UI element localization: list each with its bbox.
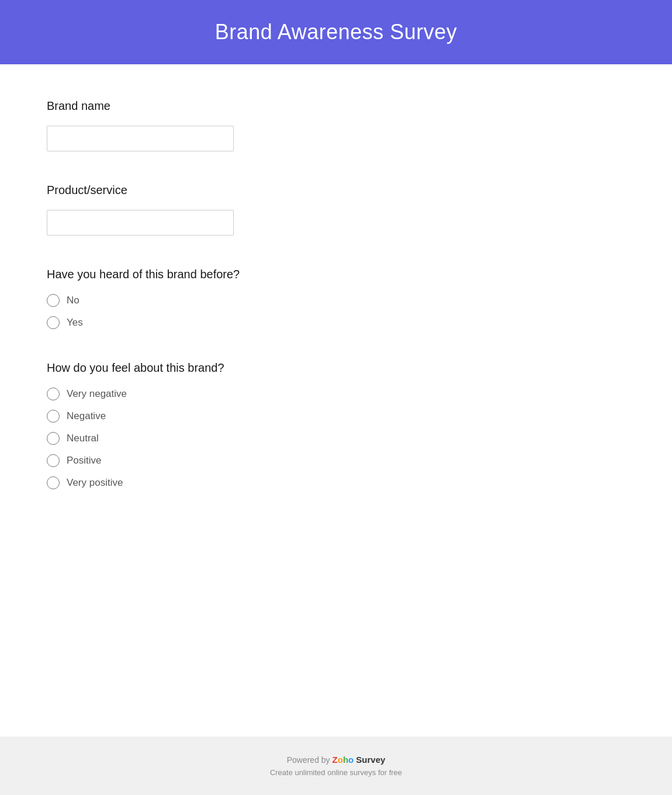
feeling-neutral-radio[interactable] (47, 432, 60, 445)
survey-content: Brand name Product/service Have you hear… (0, 64, 672, 737)
heard-before-yes-radio[interactable] (47, 316, 60, 329)
feeling-very-positive-label: Very positive (67, 477, 123, 489)
brand-name-label: Brand name (47, 99, 625, 113)
powered-by-text: Powered by (287, 755, 330, 765)
zoho-o2: o (348, 755, 354, 765)
brand-feeling-label: How do you feel about this brand? (47, 361, 625, 375)
brand-feeling-section: How do you feel about this brand? Very n… (47, 361, 625, 489)
feeling-very-negative-radio[interactable] (47, 388, 60, 400)
feeling-very-negative-label: Very negative (67, 388, 127, 400)
feeling-very-positive-radio[interactable] (47, 476, 60, 489)
feeling-negative-option[interactable]: Negative (47, 410, 625, 423)
brand-name-input[interactable] (47, 126, 234, 151)
feeling-very-negative-option[interactable]: Very negative (47, 388, 625, 400)
brand-feeling-radio-group: Very negative Negative Neutral Positive … (47, 388, 625, 489)
survey-label: Survey (356, 755, 385, 765)
feeling-positive-label: Positive (67, 455, 102, 466)
zoho-logo: Zoho (332, 755, 354, 765)
feeling-negative-radio[interactable] (47, 410, 60, 423)
brand-name-section: Brand name (47, 99, 625, 151)
product-service-section: Product/service (47, 184, 625, 236)
survey-footer: Powered by Zoho Survey Create unlimited … (0, 737, 672, 795)
heard-before-section: Have you heard of this brand before? No … (47, 268, 625, 329)
feeling-neutral-label: Neutral (67, 433, 99, 444)
heard-before-yes-option[interactable]: Yes (47, 316, 625, 329)
zoho-o1: o (338, 755, 343, 765)
survey-title: Brand Awareness Survey (215, 20, 458, 44)
feeling-neutral-option[interactable]: Neutral (47, 432, 625, 445)
feeling-very-positive-option[interactable]: Very positive (47, 476, 625, 489)
product-service-input[interactable] (47, 210, 234, 236)
product-service-label: Product/service (47, 184, 625, 197)
heard-before-no-option[interactable]: No (47, 294, 625, 307)
feeling-positive-option[interactable]: Positive (47, 454, 625, 467)
heard-before-label: Have you heard of this brand before? (47, 268, 625, 281)
heard-before-radio-group: No Yes (47, 294, 625, 329)
survey-header: Brand Awareness Survey (0, 0, 672, 64)
footer-tagline: Create unlimited online surveys for free (270, 768, 402, 777)
feeling-negative-label: Negative (67, 410, 106, 422)
heard-before-no-label: No (67, 295, 79, 306)
feeling-positive-radio[interactable] (47, 454, 60, 467)
heard-before-no-radio[interactable] (47, 294, 60, 307)
powered-by-line: Powered by Zoho Survey (287, 755, 386, 765)
heard-before-yes-label: Yes (67, 317, 83, 329)
zoho-z: Z (332, 755, 338, 765)
zoho-h: h (343, 755, 348, 765)
